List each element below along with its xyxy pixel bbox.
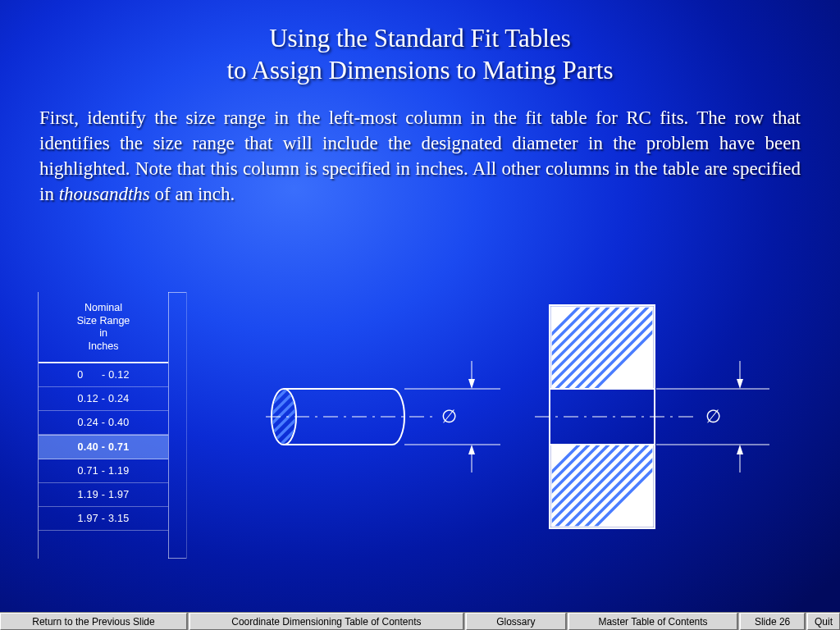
engineering-diagram: ∅ xyxy=(246,304,804,558)
svg-marker-15 xyxy=(468,379,475,389)
size-range-table: Nominal Size Range in Inches 0 - 0.12 0.… xyxy=(38,292,169,559)
dimension-arrow-icon xyxy=(468,361,475,472)
size-table-header-l1: Nominal xyxy=(84,302,122,313)
return-previous-button[interactable]: Return to the Previous Slide xyxy=(0,613,187,630)
body-paragraph: First, identify the size range in the le… xyxy=(0,87,840,207)
size-row: 0.12 - 0.24 xyxy=(39,387,168,411)
svg-marker-17 xyxy=(468,445,475,454)
nav-bar: Return to the Previous Slide Coordinate … xyxy=(0,612,840,630)
size-row: 1.97 - 3.15 xyxy=(39,507,168,531)
diameter-symbol-icon: ∅ xyxy=(705,406,721,427)
size-row: 0 - 0.12 xyxy=(39,363,168,387)
svg-marker-53 xyxy=(737,379,743,389)
size-table-header: Nominal Size Range in Inches xyxy=(39,297,168,363)
slide-title: Using the Standard Fit Tables to Assign … xyxy=(0,0,840,87)
shaft-drawing: ∅ xyxy=(258,354,500,472)
coord-toc-button[interactable]: Coordinate Dimensioning Table of Content… xyxy=(189,613,463,630)
hole-section-drawing: ∅ xyxy=(533,213,769,589)
body-text-b: of an inch. xyxy=(150,184,235,204)
glossary-button[interactable]: Glossary xyxy=(466,613,566,630)
slide: Using the Standard Fit Tables to Assign … xyxy=(0,0,840,630)
quit-button[interactable]: Quit xyxy=(807,613,840,630)
dimension-arrow-icon xyxy=(737,361,743,472)
body-text-em: thousandths xyxy=(59,184,150,204)
size-row-highlight: 0.40 - 0.71 xyxy=(39,435,168,459)
size-table-header-l3: in xyxy=(99,327,107,339)
master-toc-button[interactable]: Master Table of Contents xyxy=(568,613,737,630)
diameter-symbol-icon: ∅ xyxy=(441,406,457,427)
title-line-2: to Assign Dimensions to Mating Parts xyxy=(226,56,613,84)
title-line-1: Using the Standard Fit Tables xyxy=(269,24,571,52)
size-table-header-l2: Size Range xyxy=(77,315,130,326)
size-table-header-l4: Inches xyxy=(89,340,119,352)
size-row: 0.71 - 1.19 xyxy=(39,459,168,483)
svg-marker-55 xyxy=(737,445,743,454)
slide-number-button[interactable]: Slide 26 xyxy=(740,613,805,630)
size-row: 0.24 - 0.40 xyxy=(39,411,168,435)
size-row: 1.19 - 1.97 xyxy=(39,483,168,507)
